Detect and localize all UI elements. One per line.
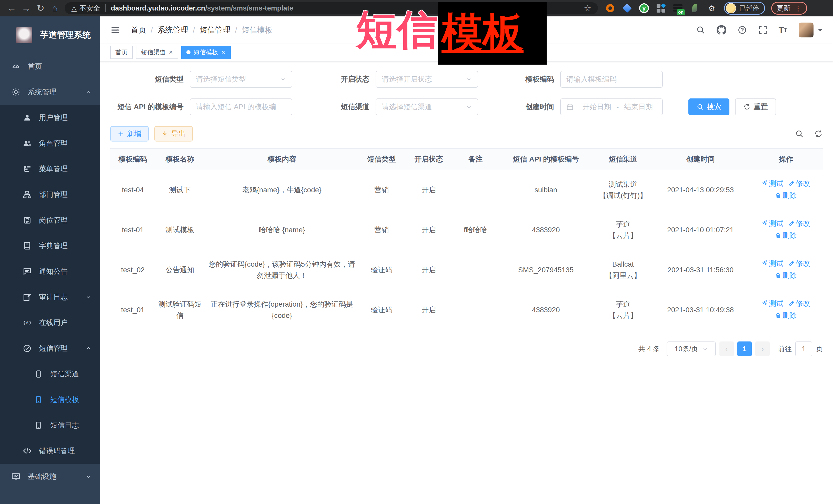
browser-profile-chip[interactable]: 已暂停 [724,2,765,15]
sidebar-item-roles[interactable]: 角色管理 [0,130,100,156]
current-page-button[interactable]: 1 [737,341,752,356]
sidebar-item-menus[interactable]: 菜单管理 [0,156,100,182]
search-icon[interactable] [696,25,705,34]
modify-link[interactable]: 修改 [788,258,810,269]
start-date-placeholder[interactable]: 开始日期 [579,102,615,112]
test-link[interactable]: 测试 [762,178,783,189]
sidebar-item-online-users[interactable]: A 在线用户 [0,310,100,336]
browser-update-button[interactable]: 更新 ⋮ [771,2,807,15]
fullscreen-icon[interactable] [758,25,767,34]
bookmark-star-icon[interactable]: ☆ [584,3,591,13]
sidebar-item-label: 岗位管理 [39,215,68,225]
next-page-button[interactable]: › [755,341,770,356]
org-tree-icon [22,190,32,199]
prev-page-button[interactable]: ‹ [719,341,734,356]
col-header: 备注 [454,148,497,170]
end-date-placeholder[interactable]: 结束日期 [620,102,657,112]
back-icon[interactable]: ← [5,3,19,14]
table-row: test-04测试下老鸡{name}，牛逼{code}营销开启suibian测试… [110,170,823,210]
api-template-id-input[interactable] [196,103,286,111]
calendar-icon [566,103,574,111]
cell-name: 测试下 [156,170,204,210]
help-icon[interactable] [738,25,747,34]
dashboard-icon [11,62,21,71]
extension-icon[interactable]: y [639,3,649,13]
date-range-picker[interactable]: 开始日期 - 结束日期 [560,98,663,115]
delete-link[interactable]: 删除 [775,310,796,321]
sidebar-item-notices[interactable]: 通知公告 [0,259,100,284]
tag-sms-template[interactable]: 短信模板 ✕ [181,46,231,59]
chevron-down-icon [466,104,472,110]
extension-icon[interactable] [605,3,615,13]
extensions-puzzle-icon[interactable]: ⚙ [707,3,717,13]
shield-check-icon [22,344,32,353]
breadcrumb-item[interactable]: 系统管理 [158,25,188,35]
close-icon[interactable]: ✕ [169,49,173,55]
extension-icon[interactable] [690,3,700,13]
sms-type-select[interactable]: 请选择短信类型 [190,71,292,88]
cell-type: 验证码 [359,250,404,290]
test-link[interactable]: 测试 [762,258,783,269]
sidebar-item-departments[interactable]: 部门管理 [0,182,100,208]
template-code-label: 模板编码 [478,74,560,84]
breadcrumb-item[interactable]: 首页 [131,25,146,35]
test-link[interactable]: 测试 [762,218,783,229]
cell-actions: 测试修改删除 [749,290,823,330]
home-icon[interactable]: ⌂ [48,3,62,14]
add-button[interactable]: 新增 [110,126,149,142]
extension-icon[interactable] [656,3,666,13]
tag-sms-channel[interactable]: 短信渠道 ✕ [136,46,178,59]
modify-link[interactable]: 修改 [788,298,810,309]
test-link-label: 测试 [769,258,783,269]
github-icon[interactable] [717,25,727,35]
sidebar-item-sms-template[interactable]: 短信模板 [0,387,100,412]
delete-link[interactable]: 删除 [775,190,796,201]
font-size-icon[interactable]: TT [779,25,787,35]
close-icon[interactable]: ✕ [221,49,225,55]
forward-icon[interactable]: → [19,3,33,14]
extension-icon[interactable] [622,3,632,13]
search-button[interactable]: 搜索 [688,98,730,115]
status-select[interactable]: 请选择开启状态 [376,71,478,88]
test-link[interactable]: 测试 [762,298,783,309]
modify-link[interactable]: 修改 [788,178,810,189]
cell-api_id: 4383920 [497,290,594,330]
sidebar-item-system[interactable]: 系统管理 [0,79,100,105]
template-code-input[interactable] [566,75,657,83]
reload-icon[interactable]: ↻ [33,3,48,14]
user-avatar[interactable] [799,23,823,38]
breadcrumb: 首页 / 系统管理 / 短信管理 / 短信模板 [131,25,272,35]
sidebar-item-audit-log[interactable]: 审计日志 [0,284,100,310]
cell-content: 哈哈哈 {name} [205,210,359,250]
browser-menu-icon[interactable]: ⋮ [794,4,802,13]
cell-remark [454,290,497,330]
sidebar-item-label: 菜单管理 [39,164,68,174]
address-bar[interactable]: △ 不安全 dashboard.yudao.iocoder.cn/system/… [65,2,598,14]
reset-button[interactable]: 重置 [735,98,776,115]
delete-link[interactable]: 删除 [775,230,796,241]
sidebar-item-label: 在线用户 [39,318,68,328]
delete-link[interactable]: 删除 [775,270,796,281]
sidebar-item-sms-log[interactable]: 短信日志 [0,412,100,438]
sidebar-item-infrastructure[interactable]: 基础设施 [0,464,100,489]
cell-created: 2021-04-10 01:07:21 [652,210,749,250]
sidebar-item-error-codes[interactable]: 错误码管理 [0,438,100,464]
breadcrumb-item[interactable]: 短信管理 [200,25,231,35]
sidebar-item-posts[interactable]: 岗位管理 [0,208,100,233]
export-button[interactable]: 导出 [154,126,193,142]
sidebar-item-sms-channel[interactable]: 短信渠道 [0,361,100,387]
extension-icon[interactable]: on [673,3,683,13]
sidebar-item-home[interactable]: 首页 [0,54,100,79]
modify-link[interactable]: 修改 [788,218,810,229]
table-search-toggle-icon[interactable] [795,129,804,138]
collapse-sidebar-icon[interactable] [110,25,120,35]
page-size-select[interactable]: 10条/页 [667,341,716,356]
col-header: 模板内容 [205,148,359,170]
sidebar-item-sms[interactable]: 短信管理 [0,336,100,361]
goto-page-input[interactable] [795,341,812,356]
sidebar-item-dictionary[interactable]: 字典管理 [0,233,100,259]
sidebar-item-users[interactable]: 用户管理 [0,105,100,130]
tag-home[interactable]: 首页 [110,46,133,59]
table-refresh-icon[interactable] [814,129,823,138]
channel-select[interactable]: 请选择短信渠道 [376,98,478,115]
